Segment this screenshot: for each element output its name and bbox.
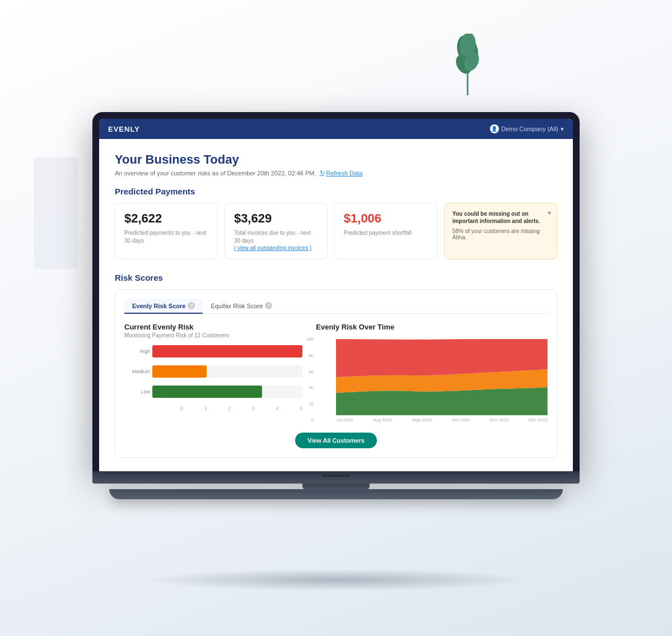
bar-fill-low	[152, 386, 262, 398]
risk-scores-title: Risk Scores	[115, 273, 557, 282]
laptop-container: EVENLY 👤 Demo Company (All) ▾ Your Busin…	[92, 112, 580, 499]
bar-x-axis: 0 1 2 3 4 5	[152, 406, 302, 411]
bar-row-low: Low	[152, 386, 302, 398]
bar-chart-title: Current Evenly Risk	[124, 323, 302, 331]
bar-fill-high	[152, 345, 302, 358]
refresh-icon: ↻	[320, 169, 325, 177]
equifax-tab-help-icon: ?	[265, 302, 272, 309]
view-all-wrap: View All Customers	[124, 433, 548, 448]
bar-bg-low	[152, 386, 302, 398]
user-chevron-icon: ▾	[561, 126, 564, 133]
predicted-payments-title: Predicted Payments	[115, 187, 557, 196]
predicted-label: Predicted payments to you - next 30 days	[124, 229, 208, 245]
predicted-amount: $2,622	[124, 211, 208, 226]
shortfall-amount: $1,006	[344, 211, 428, 226]
x-label-2: 2	[228, 406, 231, 411]
invoices-label: Total invoices due to you - next 30 days	[234, 229, 318, 245]
area-x-dec: Dec 2022	[529, 417, 548, 423]
risk-scores-section: Evenly Risk Score ? Equifax Risk Score ?…	[115, 289, 557, 458]
tab-evenly-risk-score[interactable]: Evenly Risk Score ?	[124, 299, 203, 314]
area-chart-title: Evenly Risk Over Time	[316, 323, 548, 331]
tab-equifax-risk-score[interactable]: Equifax Risk Score ?	[203, 299, 280, 314]
area-chart-svg	[336, 337, 548, 415]
view-all-customers-button[interactable]: View All Customers	[295, 433, 377, 448]
y-label-80: 80	[298, 353, 314, 358]
y-label-100: 100	[298, 337, 314, 342]
refresh-data-button[interactable]: ↻ Refresh Data	[320, 169, 363, 177]
navbar: EVENLY 👤 Demo Company (All) ▾	[99, 119, 573, 139]
left-shadow-panel	[34, 157, 78, 269]
app-logo: EVENLY	[108, 125, 140, 133]
x-label-0: 0	[180, 406, 183, 411]
y-label-0: 0	[298, 417, 314, 423]
payments-grid: $2,622 Predicted payments to you - next …	[115, 203, 557, 259]
equifax-tab-label: Equifax Risk Score	[211, 303, 263, 309]
area-x-oct: Oct 2022	[452, 417, 470, 423]
user-menu[interactable]: 👤 Demo Company (All) ▾	[490, 124, 564, 133]
shortfall-label: Predicted payment shortfall	[344, 229, 428, 237]
bar-row-medium: Medium	[152, 365, 302, 378]
bottom-shadow	[140, 569, 532, 591]
payment-card-invoices: $3,629 Total invoices due to you - next …	[225, 203, 328, 259]
laptop-foot	[109, 489, 563, 499]
user-avatar-icon: 👤	[490, 124, 499, 133]
laptop-screen-outer: EVENLY 👤 Demo Company (All) ▾ Your Busin…	[92, 112, 580, 471]
area-x-jul: Jul 2022	[336, 417, 353, 423]
bar-label-high: High	[124, 349, 150, 354]
view-invoices-link[interactable]: ( view all outstanding invoices )	[234, 245, 318, 251]
bar-fill-medium	[152, 365, 207, 378]
y-label-40: 40	[298, 385, 314, 390]
risk-tabs: Evenly Risk Score ? Equifax Risk Score ?	[124, 299, 548, 314]
evenly-tab-help-icon: ?	[188, 302, 195, 309]
plant-top-decoration	[442, 34, 493, 101]
area-x-nov: Nov 2022	[489, 417, 508, 423]
bar-chart-subtitle: Monitoring Payment Risk of 12 Customers	[124, 332, 302, 338]
area-y-axis: 100 80 60 40 20 0	[298, 337, 314, 423]
charts-grid: Current Evenly Risk Monitoring Payment R…	[124, 323, 548, 425]
area-x-sept: Sept 2022	[412, 417, 432, 423]
area-chart-container: 100 80 60 40 20 0	[316, 337, 548, 423]
payment-card-predicted: $2,622 Predicted payments to you - next …	[115, 203, 218, 259]
area-chart-section: Evenly Risk Over Time 100 80 60 40 20 0	[316, 323, 548, 425]
evenly-tab-label: Evenly Risk Score	[132, 303, 185, 309]
laptop-base	[92, 471, 580, 484]
alert-chevron-icon: ▾	[548, 209, 551, 217]
subtitle-text: An overview of your customer risks as of…	[115, 170, 316, 177]
x-label-4: 4	[276, 406, 279, 411]
laptop-screen-inner: EVENLY 👤 Demo Company (All) ▾ Your Busin…	[99, 119, 573, 471]
y-label-20: 20	[298, 401, 314, 406]
invoices-amount: $3,629	[234, 211, 318, 226]
bar-chart: High Medium	[124, 345, 302, 425]
bar-bg-medium	[152, 365, 302, 378]
alert-card[interactable]: ▾ You could be missing out on important …	[444, 203, 557, 259]
area-chart-wrap	[336, 337, 548, 415]
main-content: Your Business Today An overview of your …	[99, 139, 573, 471]
payment-card-shortfall: $1,006 Predicted payment shortfall	[334, 203, 437, 259]
x-label-1: 1	[204, 406, 207, 411]
bar-label-low: Low	[124, 389, 150, 394]
bar-chart-section: Current Evenly Risk Monitoring Payment R…	[124, 323, 302, 425]
x-label-3: 3	[252, 406, 255, 411]
bar-bg-high	[152, 345, 302, 358]
user-label: Demo Company (All)	[501, 126, 558, 132]
bar-label-medium: Medium	[124, 369, 150, 374]
area-x-aug: Aug 2022	[373, 417, 392, 423]
alert-text: 58% of your customers are missing Atina.	[452, 228, 549, 240]
page-title: Your Business Today	[115, 152, 557, 167]
y-label-60: 60	[298, 369, 314, 374]
page-subtitle: An overview of your customer risks as of…	[115, 169, 557, 177]
bar-row-high: High	[152, 345, 302, 358]
area-x-labels: Jul 2022 Aug 2022 Sept 2022 Oct 2022 Nov…	[336, 417, 548, 423]
alert-title: You could be missing out on important in…	[452, 210, 549, 225]
